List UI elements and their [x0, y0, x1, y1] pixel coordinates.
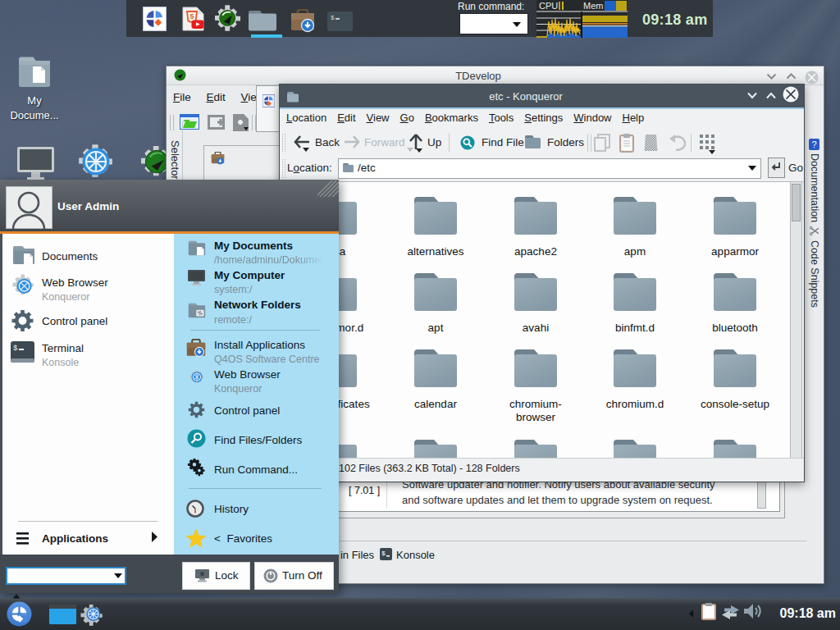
- svg-text:alternatives: alternatives: [407, 245, 463, 258]
- svg-text:apt: apt: [428, 322, 444, 334]
- svg-text:apparmor: apparmor: [711, 245, 759, 258]
- svg-text:Mem: Mem: [583, 1, 603, 11]
- svg-text:$: $: [331, 15, 335, 21]
- svg-text:apache2: apache2: [514, 245, 557, 258]
- svg-text:?: ?: [811, 139, 816, 149]
- svg-text:console-setup: console-setup: [701, 398, 769, 410]
- svg-text:browser: browser: [516, 411, 556, 423]
- svg-text:bluetooth: bluetooth: [712, 322, 758, 334]
- svg-text:CPU: CPU: [539, 1, 558, 11]
- svg-text:chromium-: chromium-: [509, 398, 562, 410]
- svg-text:calendar: calendar: [414, 398, 457, 410]
- svg-text:chromium.d: chromium.d: [606, 398, 664, 410]
- svg-text:apm: apm: [624, 245, 646, 258]
- svg-text:avahi: avahi: [523, 322, 549, 334]
- svg-text:5: 5: [190, 12, 194, 21]
- svg-text:binfmt.d: binfmt.d: [615, 322, 655, 334]
- svg-text:$: $: [381, 550, 386, 557]
- svg-text:$: $: [13, 345, 18, 353]
